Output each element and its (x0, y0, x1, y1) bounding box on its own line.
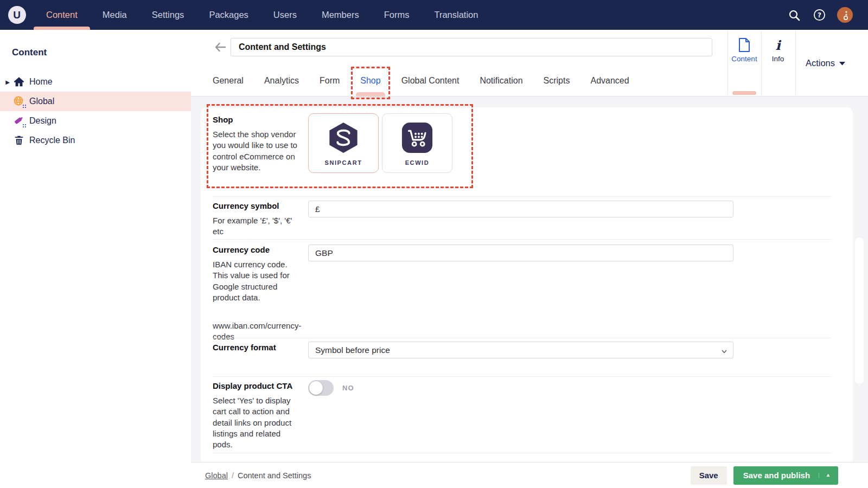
tree-item-label: Home (29, 77, 53, 87)
currency-code-description: IBAN currency code. This value is used f… (213, 259, 301, 303)
currency-code-link-text: www.iban.com/currency-codes (213, 320, 301, 343)
help-icon[interactable]: ? (812, 8, 826, 22)
row-divider (213, 196, 831, 197)
currency-code-label: Currency code (213, 245, 301, 254)
save-and-publish-label: Save and publish (743, 471, 810, 480)
save-and-publish-button[interactable]: Save and publish ▲ (733, 466, 838, 485)
nav-item-media[interactable]: Media (90, 0, 139, 30)
currency-format-label: Currency format (213, 343, 301, 352)
currency-symbol-input[interactable] (308, 201, 733, 217)
tab-shop[interactable]: Shop (360, 65, 380, 97)
shop-settings-panel: Shop Select the shop vendor you would li… (201, 107, 853, 462)
vertical-scrollbar[interactable] (855, 237, 864, 384)
tab-analytics[interactable]: Analytics (264, 65, 299, 97)
document-title-input[interactable] (231, 38, 712, 56)
tab-form[interactable]: Form (320, 65, 340, 97)
currency-symbol-label: Currency symbol (213, 201, 301, 210)
display-product-cta-description: Select 'Yes' to display cart call to act… (213, 395, 301, 450)
currency-format-labels: Currency format (213, 343, 301, 352)
tree-item-home[interactable]: ▶ Home (0, 72, 191, 92)
header-bottom-border (191, 96, 868, 97)
display-product-cta-toggle[interactable] (308, 380, 334, 396)
tree-item-design[interactable]: Design (0, 111, 191, 131)
currency-symbol-labels: Currency symbol For example '£', '$', '€… (213, 201, 301, 237)
tree-item-label: Recycle Bin (29, 136, 75, 145)
row-divider (213, 453, 831, 453)
row-divider (213, 239, 831, 240)
user-avatar[interactable] (837, 7, 853, 23)
home-icon (13, 76, 25, 88)
chevron-up-icon[interactable]: ▲ (819, 473, 831, 478)
app-tab-content[interactable]: Content (727, 30, 761, 97)
svg-text:?: ? (818, 11, 821, 19)
tree-item-label: Design (29, 116, 56, 126)
umbraco-backoffice: U Content Media Settings Packages Users … (0, 0, 868, 488)
tree-item-global[interactable]: Global (0, 92, 191, 111)
nav-item-forms[interactable]: Forms (372, 0, 422, 30)
toggle-state-label: NO (342, 384, 354, 392)
nav-item-translation[interactable]: Translation (422, 0, 490, 30)
umbraco-logo-icon: U (8, 6, 26, 24)
content-state-dots-icon (23, 124, 27, 128)
breadcrumb: Global / Content and Settings (205, 471, 311, 480)
save-button[interactable]: Save (691, 466, 727, 485)
tab-scripts[interactable]: Scripts (544, 65, 570, 97)
chevron-down-icon (839, 61, 845, 66)
globe-icon (13, 95, 25, 107)
header-left-spacer (191, 30, 205, 96)
shop-label: Shop (213, 115, 301, 124)
top-nav-bar: U Content Media Settings Packages Users … (0, 0, 868, 30)
tab-advanced[interactable]: Advanced (590, 65, 629, 97)
shop-field-labels: Shop Select the shop vendor you would li… (213, 115, 301, 173)
top-nav-items: Content Media Settings Packages Users Me… (34, 0, 490, 30)
currency-code-input[interactable] (308, 245, 733, 261)
vendor-card-ecwid[interactable]: ECWID (382, 113, 452, 173)
tree-item-label: Global (29, 97, 54, 106)
paint-roller-icon (13, 115, 25, 127)
tab-general[interactable]: General (213, 65, 244, 97)
document-icon (727, 37, 761, 53)
row-divider (213, 338, 831, 338)
display-product-cta-label: Display product CTA (213, 381, 301, 390)
nav-item-content[interactable]: Content (34, 0, 90, 30)
tab-global-content[interactable]: Global Content (401, 65, 459, 97)
breadcrumb-link-global[interactable]: Global (205, 471, 228, 480)
expand-caret-icon[interactable]: ▶ (4, 79, 11, 85)
display-product-cta-labels: Display product CTA Select 'Yes' to disp… (213, 381, 301, 450)
vendor-name: ECWID (382, 159, 452, 166)
search-icon[interactable] (787, 8, 801, 22)
tab-notification[interactable]: Notification (480, 65, 522, 97)
currency-format-select[interactable]: Symbol before price (308, 342, 733, 358)
trash-icon (13, 134, 25, 146)
content-tree: ▶ Home Global Design (0, 72, 191, 150)
top-nav-right: ? (787, 7, 868, 23)
currency-symbol-description: For example '£', '$', '€' etc (213, 215, 301, 237)
app-tab-label: Content (727, 55, 761, 63)
content-state-dots-icon (23, 105, 27, 108)
nav-item-packages[interactable]: Packages (196, 0, 260, 30)
toggle-knob (309, 381, 323, 395)
nav-item-members[interactable]: Members (309, 0, 372, 30)
tree-item-recycle-bin[interactable]: Recycle Bin (0, 131, 191, 150)
nav-item-settings[interactable]: Settings (139, 0, 197, 30)
currency-code-labels: Currency code IBAN currency code. This v… (213, 245, 301, 343)
tab-shop-label: Shop (360, 76, 380, 86)
shop-description: Select the shop vendor you would like to… (213, 129, 301, 173)
vendor-card-snipcart[interactable]: SNIPCART (308, 113, 379, 173)
active-app-underline (732, 91, 756, 95)
breadcrumb-current: Content and Settings (238, 471, 311, 480)
sidebar-section-title: Content (0, 30, 191, 58)
snipcart-hexagon-icon (327, 121, 360, 155)
editor-footer: Global / Content and Settings Save Save … (191, 462, 868, 488)
umbraco-logo[interactable]: U (0, 6, 34, 24)
chevron-down-icon (721, 347, 727, 357)
actions-dropdown-button[interactable]: Actions (783, 30, 868, 97)
content-tree-sidebar: Content ▶ Home Global (0, 30, 191, 488)
back-arrow-icon[interactable] (214, 42, 227, 53)
ecwid-cart-icon (400, 121, 434, 155)
currency-format-value: Symbol before price (315, 345, 390, 355)
vendor-name: SNIPCART (309, 159, 378, 166)
document-tabs: General Analytics Form Shop Global Conte… (205, 65, 633, 97)
footer-buttons: Save Save and publish ▲ (691, 466, 838, 485)
nav-item-users[interactable]: Users (261, 0, 309, 30)
